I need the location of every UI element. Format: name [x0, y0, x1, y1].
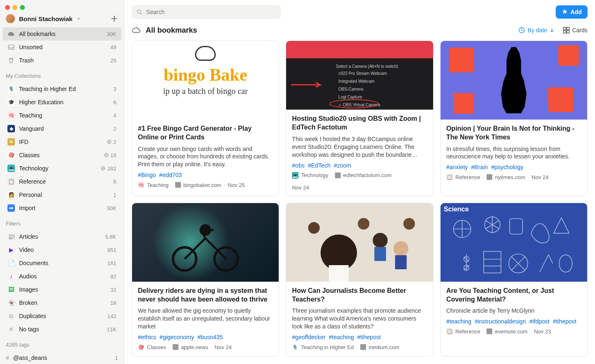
- filter-images[interactable]: 🖼Images32: [2, 283, 121, 296]
- zoom-window-button[interactable]: [20, 5, 25, 10]
- view-dropdown[interactable]: Cards: [563, 27, 588, 34]
- tag[interactable]: #tihepost: [357, 334, 381, 340]
- card-desc: We have allowed the gig economy to quiet…: [138, 307, 273, 330]
- tag[interactable]: #tihepost: [553, 318, 576, 325]
- card-desc: This week I hosted the 3 day BCcampus on…: [292, 135, 427, 159]
- tag[interactable]: #instructionaldesign: [475, 318, 526, 325]
- nav-label: Trash: [19, 57, 34, 64]
- collection-teaching[interactable]: 🧠Teaching4: [2, 109, 121, 122]
- card-tags: #teaching#instructionaldesign#ifdpost#ti…: [446, 318, 581, 325]
- collection-label: Teaching in Higher Ed: [19, 86, 76, 92]
- favicon-icon: [487, 328, 492, 334]
- tag[interactable]: #busn435: [198, 334, 223, 340]
- cloud-icon: [132, 26, 141, 35]
- collection-teaching-in-higher-ed[interactable]: 🎙️Teaching in Higher Ed3: [2, 82, 121, 96]
- tag[interactable]: #Brain: [471, 164, 488, 170]
- tag-item[interactable]: #@ass_deans1: [0, 352, 124, 364]
- bookmark-card[interactable]: Delivery riders are dying in a system th…: [132, 203, 279, 357]
- card-title: Are You Teaching Content, or Just Coveri…: [446, 287, 581, 304]
- tag[interactable]: #ifdpost: [529, 318, 549, 325]
- filter-label: Images: [19, 286, 38, 293]
- nav-all-bookmarks[interactable]: All bookmarks30K: [2, 27, 121, 41]
- bookmark-card[interactable]: Select a Camera (Alt+N to switch)c922 Pr…: [286, 41, 433, 196]
- bookmark-card[interactable]: Science Are You Teaching Content, or Jus…: [440, 203, 588, 357]
- sort-dropdown[interactable]: By date: [518, 27, 554, 34]
- collection-label: Personal: [19, 192, 42, 198]
- filter-no-tags[interactable]: #No tags11K: [2, 323, 121, 336]
- profile-row[interactable]: Bonni Stachowiak: [0, 12, 124, 26]
- tag[interactable]: #EdTech: [308, 162, 330, 169]
- bookmark-card[interactable]: How Can Journalists Become Better Teache…: [286, 203, 433, 357]
- collection-higher-education[interactable]: 🎓Higher Education6: [2, 96, 121, 109]
- filter-audios[interactable]: ♪Audios92: [2, 270, 121, 283]
- card-domain[interactable]: medium.com: [369, 344, 399, 350]
- filter-label: Articles: [19, 233, 38, 240]
- collection-icon: 🧠: [7, 112, 15, 119]
- username: Bonni Stachowiak: [19, 15, 72, 22]
- card-collection[interactable]: Reference: [455, 328, 480, 335]
- svg-rect-7: [567, 27, 569, 30]
- tag[interactable]: #edd703: [159, 172, 182, 178]
- collection-technology[interactable]: 💻Technology282: [2, 162, 121, 175]
- card-collection[interactable]: Reference: [455, 174, 480, 180]
- tag[interactable]: #teaching: [446, 318, 472, 325]
- card-domain[interactable]: evernote.com: [495, 328, 528, 335]
- plus-icon[interactable]: [111, 15, 118, 22]
- tag[interactable]: #zoom: [334, 162, 351, 169]
- collection-count: 282: [101, 165, 116, 172]
- collection-vanguard[interactable]: ◆Vanguard2: [2, 122, 121, 135]
- tag[interactable]: #ethics: [138, 334, 156, 340]
- card-tags: #geoffdecker#teaching#tihepost: [292, 334, 427, 340]
- search-input[interactable]: [145, 8, 276, 16]
- favicon-icon: [175, 182, 181, 188]
- collection-reference[interactable]: 📋Reference6: [2, 175, 121, 188]
- nav-unsorted[interactable]: Unsorted49: [2, 41, 121, 54]
- card-domain[interactable]: bingobaker.com: [183, 182, 222, 188]
- collection-classes[interactable]: 🎯Classes18: [2, 148, 121, 162]
- collection-ifd[interactable]: ✳IFD2: [2, 135, 121, 148]
- collection-import[interactable]: ➡Import30K: [2, 201, 121, 215]
- filter-icon: 📄: [7, 259, 15, 267]
- tag[interactable]: #geoffdecker: [292, 334, 325, 340]
- tag[interactable]: #Bingo: [138, 172, 156, 178]
- tag[interactable]: #gigeconomy: [159, 334, 194, 340]
- card-meta: 🎙️ Teaching in Higher Ed · medium.com: [292, 344, 427, 350]
- card-domain[interactable]: nytimes.com: [495, 174, 525, 180]
- tag[interactable]: #teaching: [329, 334, 354, 340]
- tag[interactable]: #psychology: [491, 164, 523, 170]
- card-title: How Can Journalists Become Better Teache…: [292, 287, 427, 304]
- card-collection[interactable]: Teaching in Higher Ed: [301, 344, 354, 350]
- card-collection[interactable]: Classes: [147, 344, 166, 350]
- card-collection[interactable]: Technology: [301, 172, 328, 178]
- filter-documents[interactable]: 📄Documents181: [2, 256, 121, 270]
- tag[interactable]: #obs: [292, 162, 304, 169]
- bookmark-card[interactable]: bingo Bakeip up a batch of bingo car #1 …: [132, 41, 279, 196]
- svg-rect-24: [509, 218, 522, 234]
- collections-header: My Collections: [0, 69, 124, 81]
- card-domain[interactable]: edtechfactotum.com: [343, 172, 392, 178]
- search-box[interactable]: [132, 5, 281, 19]
- filter-label: Documents: [19, 260, 48, 266]
- filter-broken[interactable]: 👻Broken18: [2, 296, 121, 309]
- card-date: Nov 25: [228, 182, 245, 188]
- bookmark-card[interactable]: Opinion | Your Brain Is Not for Thinking…: [440, 41, 588, 196]
- card-collection[interactable]: Teaching: [147, 182, 169, 188]
- collection-label: Vanguard: [19, 125, 44, 132]
- page-title: All bookmarks: [146, 26, 197, 35]
- svg-rect-27: [484, 251, 501, 273]
- trash-icon: [7, 57, 15, 64]
- filter-duplicates[interactable]: ⧉Duplicates142: [2, 309, 121, 323]
- tag[interactable]: #anxiety: [446, 164, 468, 170]
- nav-trash[interactable]: Trash25: [2, 54, 121, 67]
- minimize-window-button[interactable]: [12, 5, 17, 10]
- add-button[interactable]: Add: [556, 5, 588, 19]
- collection-personal[interactable]: 👩Personal1: [2, 188, 121, 201]
- card-domain[interactable]: apple.news: [181, 344, 208, 350]
- card-desc: Chronicle article by Terry McGlynn: [446, 307, 581, 315]
- filter-articles[interactable]: 📰Articles5.8K: [2, 230, 121, 243]
- filter-count: 5.8K: [105, 234, 116, 240]
- close-window-button[interactable]: [5, 5, 10, 10]
- filter-video[interactable]: ▶Video951: [2, 243, 121, 256]
- tags-list: #@ass_deans1: [0, 352, 124, 364]
- card-tags: #anxiety#Brain#psychology: [446, 164, 581, 170]
